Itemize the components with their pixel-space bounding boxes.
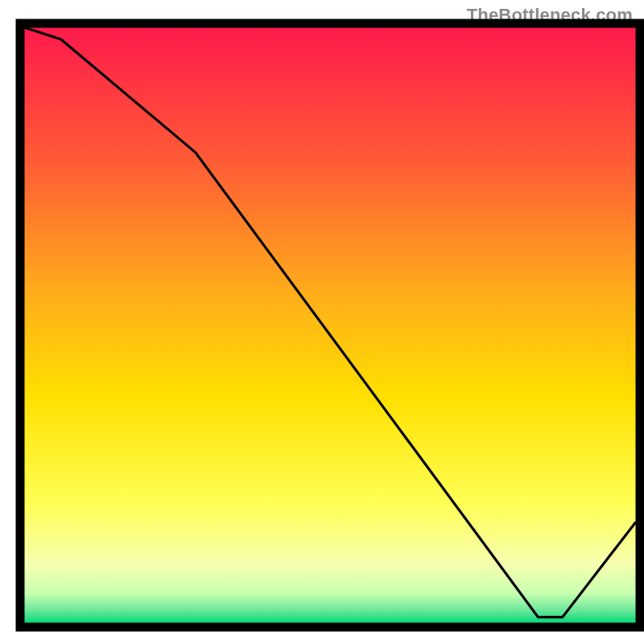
bottleneck-chart xyxy=(0,0,644,644)
plot-gradient-bg xyxy=(24,27,636,623)
